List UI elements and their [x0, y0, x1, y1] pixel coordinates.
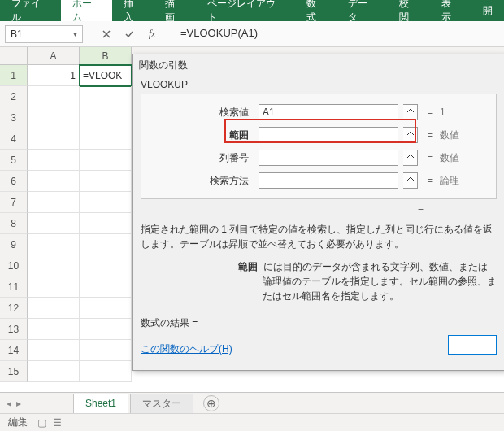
cell-a2[interactable]	[28, 86, 80, 107]
select-all-corner[interactable]	[0, 47, 28, 64]
argument-help: 範囲 には目的のデータが含まれる文字列、数値、または論理値のテーブルを指定します…	[141, 259, 497, 303]
cell-b12[interactable]	[80, 298, 132, 319]
cell-b4[interactable]	[80, 128, 132, 150]
name-box[interactable]: B1 ▾	[5, 25, 83, 43]
arg-input-range-lookup[interactable]	[259, 172, 398, 189]
row-header[interactable]: 11	[0, 276, 28, 298]
cell-a3[interactable]	[28, 107, 80, 128]
cell-b1[interactable]: =VLOOK	[80, 65, 132, 86]
col-header-a[interactable]: A	[28, 47, 80, 64]
cell-a9[interactable]	[28, 234, 80, 255]
function-help-link[interactable]: この関数のヘルプ(H)	[141, 342, 232, 356]
formula-bar-input[interactable]: =VLOOKUP(A1)	[176, 25, 499, 43]
macro-record-icon[interactable]: ▢	[37, 417, 46, 429]
row-header[interactable]: 7	[0, 192, 28, 213]
tab-review[interactable]: 校閲	[388, 0, 429, 21]
dialog-ok-button[interactable]	[448, 335, 497, 355]
cell-a14[interactable]	[28, 340, 80, 361]
cell-b2[interactable]	[80, 86, 132, 107]
cell-a6[interactable]	[28, 171, 80, 192]
arg-input-table-array[interactable]	[259, 127, 398, 143]
arg-row-lookup-value: 検索値 A1 = 1	[148, 101, 489, 124]
cell-a12[interactable]	[28, 298, 80, 319]
cell-b15[interactable]	[80, 361, 132, 382]
cancel-formula-button[interactable]	[96, 26, 117, 42]
status-bar: 編集 ▢ ☰	[0, 413, 504, 431]
cell-b6[interactable]	[80, 171, 132, 192]
cell-b8[interactable]	[80, 213, 132, 234]
cell-b7[interactable]	[80, 192, 132, 213]
tab-insert[interactable]: 挿入	[112, 0, 154, 21]
cell-a4[interactable]	[28, 128, 80, 150]
cell-a8[interactable]	[28, 213, 80, 234]
arg-label: 範囲	[148, 128, 254, 142]
cell-a10[interactable]	[28, 255, 80, 276]
row-header[interactable]: 4	[0, 128, 28, 150]
row-header[interactable]: 6	[0, 171, 28, 192]
row-header[interactable]: 9	[0, 234, 28, 255]
sheet-tab-active[interactable]: Sheet1	[73, 394, 128, 413]
range-picker-icon[interactable]	[403, 104, 418, 120]
arg-label: 列番号	[148, 151, 254, 165]
function-description: 指定された範囲の 1 列目で特定の値を検索し、指定した列と同じ行にある値を返しま…	[141, 222, 497, 251]
add-sheet-button[interactable]: ⊕	[203, 395, 219, 411]
dialog-title: 関数の引数	[133, 54, 504, 76]
range-picker-icon[interactable]	[403, 150, 418, 166]
row-header[interactable]: 10	[0, 255, 28, 276]
row-header[interactable]: 1	[0, 65, 28, 86]
tab-draw[interactable]: 描画	[154, 0, 195, 21]
row-header[interactable]: 8	[0, 213, 28, 234]
cell-b3[interactable]	[80, 107, 132, 128]
sheet-tab-master[interactable]: マスター	[130, 394, 193, 413]
row-header[interactable]: 2	[0, 86, 28, 107]
row-header[interactable]: 5	[0, 150, 28, 171]
function-arguments-dialog: 関数の引数 VLOOKUP 検索値 A1 = 1 範囲 = 数値 列番号	[132, 54, 504, 371]
sheet-nav-next-icon[interactable]: ▸	[16, 398, 21, 409]
row-header[interactable]: 12	[0, 298, 28, 319]
cell-b9[interactable]	[80, 234, 132, 255]
tab-page-layout[interactable]: ページレイアウト	[196, 0, 295, 21]
arg-row-range-lookup: 検索方法 = 論理	[148, 169, 489, 192]
ribbon: ファイル ホーム 挿入 描画 ページレイアウト 数式 データ 校閲 表示 開	[0, 0, 504, 21]
tab-formulas[interactable]: 数式	[295, 0, 337, 21]
sheet-nav-prev-icon[interactable]: ◂	[7, 398, 11, 409]
row-header[interactable]: 15	[0, 361, 28, 382]
cell-b14[interactable]	[80, 340, 132, 361]
tab-view[interactable]: 表示	[430, 0, 471, 21]
tab-developer[interactable]: 開	[471, 0, 504, 21]
arg-result: 1	[440, 107, 445, 118]
cell-b10[interactable]	[80, 255, 132, 276]
row-header[interactable]: 3	[0, 107, 28, 128]
cell-a13[interactable]	[28, 319, 80, 340]
range-picker-icon[interactable]	[403, 127, 418, 143]
tab-file[interactable]: ファイル	[0, 0, 61, 21]
confirm-formula-button[interactable]	[119, 26, 140, 42]
cell-a5[interactable]	[28, 150, 80, 171]
cell-a7[interactable]	[28, 192, 80, 213]
formula-result: 数式の結果 =	[141, 316, 497, 330]
insert-function-button[interactable]: fx	[141, 26, 163, 42]
accessibility-icon[interactable]: ☰	[53, 417, 62, 429]
arg-result: 論理	[440, 174, 459, 188]
cell-a1[interactable]: 1	[28, 65, 80, 86]
arg-input-lookup-value[interactable]: A1	[259, 104, 398, 120]
col-header-b[interactable]: B	[80, 47, 132, 64]
arg-result: 数値	[440, 128, 459, 142]
cell-b5[interactable]	[80, 150, 132, 171]
row-header[interactable]: 13	[0, 319, 28, 340]
overall-eq: =	[141, 202, 497, 214]
cell-a11[interactable]	[28, 276, 80, 298]
cell-b13[interactable]	[80, 319, 132, 340]
row-header[interactable]: 14	[0, 340, 28, 361]
tab-home[interactable]: ホーム	[61, 0, 112, 21]
cell-b11[interactable]	[80, 276, 132, 298]
range-picker-icon[interactable]	[403, 172, 418, 189]
status-mode: 編集	[8, 416, 28, 429]
function-name: VLOOKUP	[141, 79, 497, 90]
chevron-down-icon[interactable]: ▾	[73, 29, 77, 38]
arg-input-col-index[interactable]	[259, 150, 398, 166]
arg-label: 検索方法	[148, 174, 254, 188]
arg-label: 検索値	[148, 106, 254, 120]
cell-a15[interactable]	[28, 361, 80, 382]
tab-data[interactable]: データ	[337, 0, 388, 21]
